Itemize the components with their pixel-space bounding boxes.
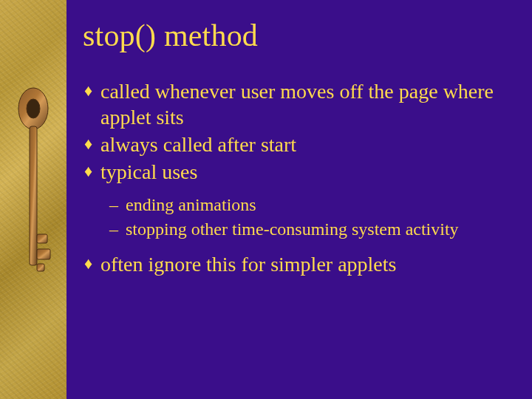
- bullet-list: ♦ called whenever user moves off the pag…: [83, 78, 519, 277]
- bullet-item: ♦ always called after start: [83, 132, 519, 157]
- sub-bullet-text: stopping other time-consuming system act…: [126, 218, 519, 241]
- slide-title: stop() method: [83, 18, 519, 53]
- bullet-item: ♦ often ignore this for simpler applets: [83, 251, 519, 277]
- key-icon: [16, 81, 51, 302]
- dash-bullet-icon: –: [109, 194, 126, 216]
- bullet-item: ♦ typical uses: [83, 159, 519, 185]
- bullet-text: always called after start: [100, 132, 519, 157]
- svg-point-1: [27, 99, 40, 118]
- svg-rect-2: [30, 126, 37, 265]
- bullet-text: typical uses: [100, 159, 519, 185]
- diamond-bullet-icon: ♦: [83, 251, 100, 276]
- sub-bullet-item: – stopping other time-consuming system a…: [109, 218, 519, 241]
- sub-bullet-item: – ending animations: [109, 194, 519, 216]
- diamond-bullet-icon: ♦: [83, 132, 100, 157]
- diamond-bullet-icon: ♦: [83, 78, 100, 103]
- bullet-text: often ignore this for simpler applets: [100, 251, 519, 277]
- sub-bullet-list: – ending animations – stopping other tim…: [109, 194, 519, 241]
- svg-rect-4: [37, 249, 50, 259]
- svg-rect-3: [37, 234, 47, 243]
- dash-bullet-icon: –: [109, 218, 126, 241]
- bullet-item: ♦ called whenever user moves off the pag…: [83, 78, 519, 130]
- diamond-bullet-icon: ♦: [83, 159, 100, 184]
- slide-content: stop() method ♦ called whenever user mov…: [66, 0, 532, 399]
- decorative-sidebar-key-image: [0, 0, 66, 399]
- sub-bullet-text: ending animations: [126, 194, 519, 216]
- svg-rect-5: [37, 264, 44, 271]
- bullet-text: called whenever user moves off the page …: [100, 78, 519, 130]
